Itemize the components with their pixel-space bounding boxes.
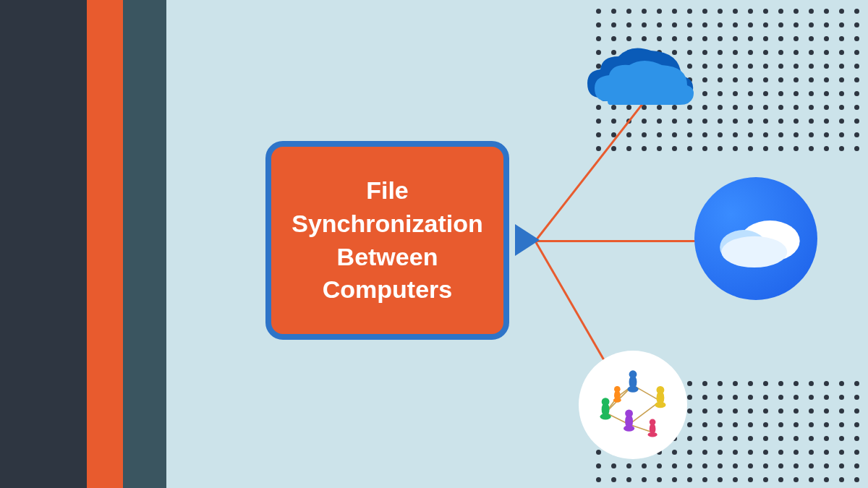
sidebar-stripe-dark [0, 0, 87, 488]
svg-point-2 [721, 236, 787, 267]
svg-point-19 [650, 419, 656, 426]
sidebar-stripe-slate [123, 0, 166, 488]
central-title: File Synchronization Between Computers [286, 174, 489, 307]
svg-point-17 [625, 410, 633, 418]
svg-point-11 [602, 398, 610, 406]
cloud-app-icon [694, 177, 817, 300]
svg-point-13 [629, 370, 637, 378]
sidebar-stripe-orange [87, 0, 123, 488]
sidebar-stripe-gap [166, 0, 175, 488]
arrow-icon [515, 224, 540, 256]
connector-line-top [535, 103, 643, 241]
central-topic-box: File Synchronization Between Computers [265, 141, 509, 340]
network-icon [579, 351, 687, 459]
svg-point-21 [614, 386, 621, 393]
svg-point-15 [657, 386, 665, 394]
onedrive-icon [579, 36, 702, 116]
